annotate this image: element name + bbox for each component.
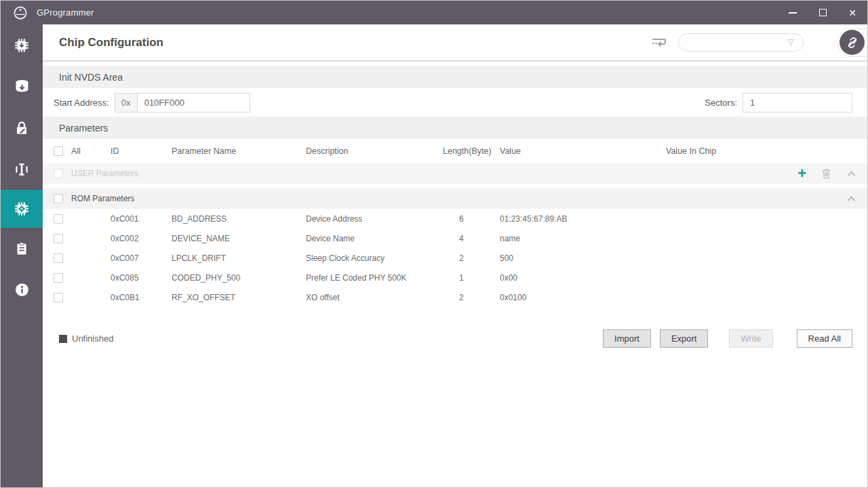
close-icon[interactable]: ✕ xyxy=(837,1,867,24)
device-log-icon xyxy=(14,241,30,257)
param-value-in-chip xyxy=(666,258,856,258)
param-row: 0xC0B1RF_XO_OFFSETXO offset20x0100 xyxy=(43,287,867,307)
sidebar xyxy=(1,24,43,487)
param-length: 2 xyxy=(443,293,500,302)
param-id: 0xC0B1 xyxy=(111,293,172,302)
delete-parameter-icon[interactable] xyxy=(821,167,832,180)
param-id: 0xC001 xyxy=(111,214,172,224)
param-length: 6 xyxy=(443,214,500,224)
param-description: XO offset xyxy=(306,293,443,302)
sidebar-item-flash[interactable] xyxy=(1,66,43,107)
param-row: 0xC007LPCLK_DRIFTSleep Clock Accuracy250… xyxy=(43,248,867,268)
collapse-rows-icon[interactable] xyxy=(651,35,667,50)
minimize-icon[interactable] xyxy=(778,1,808,24)
param-description: Device Address xyxy=(306,214,443,224)
main-content: Chip Configuration xyxy=(43,24,867,487)
param-description: Prefer LE Coded PHY 500K xyxy=(306,273,443,283)
rom-group-checkbox[interactable] xyxy=(54,194,63,203)
filter-search-box xyxy=(678,33,804,52)
param-value-in-chip xyxy=(666,297,856,298)
flash-download-icon xyxy=(13,77,31,96)
param-name: CODED_PHY_500 xyxy=(172,273,306,283)
param-row: 0xC001BD_ADDRESSDevice Address601:23:45:… xyxy=(43,209,867,228)
unfinished-label: Unfinished xyxy=(72,333,113,344)
start-address-label: Start Address: xyxy=(54,98,109,108)
connect-button[interactable] xyxy=(840,30,865,55)
firmware-download-chip-icon xyxy=(13,37,31,54)
param-value: 0x0100 xyxy=(500,293,666,302)
user-group-checkbox xyxy=(54,169,63,178)
sidebar-item-firmware[interactable] xyxy=(1,24,43,66)
param-row-checkbox[interactable] xyxy=(54,273,63,283)
window-controls: ✕ xyxy=(778,1,867,24)
page-header: Chip Configuration xyxy=(43,24,867,62)
sectors-group: Sectors: xyxy=(705,93,852,113)
start-address-group: 0x xyxy=(115,93,250,113)
select-all-checkbox[interactable] xyxy=(54,146,63,156)
rom-group-actions xyxy=(846,188,856,209)
param-value: 01:23:45:67:89:AB xyxy=(500,214,666,224)
parameters-section-header: Parameters xyxy=(43,117,867,139)
encrypt-sign-lock-icon xyxy=(13,119,31,137)
param-all-spacer xyxy=(71,218,111,219)
column-value-in-chip: Value In Chip xyxy=(666,146,856,156)
sidebar-item-about[interactable] xyxy=(1,269,43,310)
titlebar: GProgrammer ✕ xyxy=(1,1,867,24)
unfinished-legend: Unfinished xyxy=(59,333,113,344)
add-parameter-icon[interactable]: + xyxy=(797,166,806,181)
param-value: 500 xyxy=(500,253,666,263)
param-row: 0xC002DEVICE_NAMEDevice Name4name xyxy=(43,228,867,248)
column-all: All xyxy=(71,146,111,156)
parameters-title: Parameters xyxy=(59,123,108,134)
efuse-layout-icon xyxy=(13,161,31,178)
param-row-checkbox[interactable] xyxy=(54,293,63,302)
export-button[interactable]: Export xyxy=(660,329,709,348)
sidebar-item-chip-configuration[interactable] xyxy=(1,190,43,228)
param-value-in-chip xyxy=(666,218,856,219)
user-parameters-group-row[interactable]: USER Parameters + xyxy=(43,163,867,184)
param-row-checkbox[interactable] xyxy=(54,253,63,263)
import-button[interactable]: Import xyxy=(603,329,651,348)
param-id: 0xC002 xyxy=(111,234,172,243)
sidebar-item-encrypt-sign[interactable] xyxy=(1,107,43,148)
rom-parameters-group-row[interactable]: ROM Parameters xyxy=(43,188,867,209)
param-all-spacer xyxy=(71,297,111,298)
param-row-checkbox[interactable] xyxy=(54,234,63,243)
parameters-table-header: All ID Parameter Name Description Length… xyxy=(43,139,867,163)
search-input[interactable] xyxy=(686,38,785,47)
footer: Unfinished Import Export Write Read All xyxy=(43,329,867,348)
read-all-button[interactable]: Read All xyxy=(797,329,852,348)
page-title: Chip Configuration xyxy=(59,36,163,49)
param-length: 4 xyxy=(443,234,500,243)
connection-pill xyxy=(837,28,867,57)
sidebar-item-device-log[interactable] xyxy=(1,228,43,269)
column-value: Value xyxy=(500,146,666,156)
user-group-actions: + xyxy=(797,163,856,184)
column-description: Description xyxy=(306,146,443,156)
param-description: Sleep Clock Accuracy xyxy=(306,253,443,263)
init-nvds-section-header: Init NVDS Area xyxy=(43,66,867,88)
param-row-checkbox[interactable] xyxy=(54,214,63,224)
collapse-user-group-icon[interactable] xyxy=(846,170,856,178)
nvds-fields-row: Start Address: 0x Sectors: xyxy=(43,88,867,117)
sectors-label: Sectors: xyxy=(705,98,737,108)
sidebar-item-efuse[interactable] xyxy=(1,148,43,190)
param-name: LPCLK_DRIFT xyxy=(172,253,306,263)
rom-parameters-rows: 0xC001BD_ADDRESSDevice Address601:23:45:… xyxy=(43,209,867,307)
app-title: GProgrammer xyxy=(37,7,94,18)
app-logo-icon xyxy=(13,5,28,20)
param-description: Device Name xyxy=(306,234,443,243)
collapse-rom-group-icon[interactable] xyxy=(846,195,856,203)
param-all-spacer xyxy=(71,238,111,239)
sectors-input[interactable] xyxy=(743,93,852,113)
chip-configuration-icon xyxy=(13,200,31,218)
column-id: ID xyxy=(111,146,172,156)
start-address-input[interactable] xyxy=(137,93,250,113)
param-value: 0x00 xyxy=(500,273,666,283)
column-length: Length(Byte) xyxy=(443,146,500,156)
param-name: RF_XO_OFFSET xyxy=(172,293,306,302)
write-button: Write xyxy=(729,329,772,348)
maximize-icon[interactable] xyxy=(808,1,837,24)
param-name: DEVICE_NAME xyxy=(172,234,306,243)
filter-icon[interactable] xyxy=(785,37,796,48)
